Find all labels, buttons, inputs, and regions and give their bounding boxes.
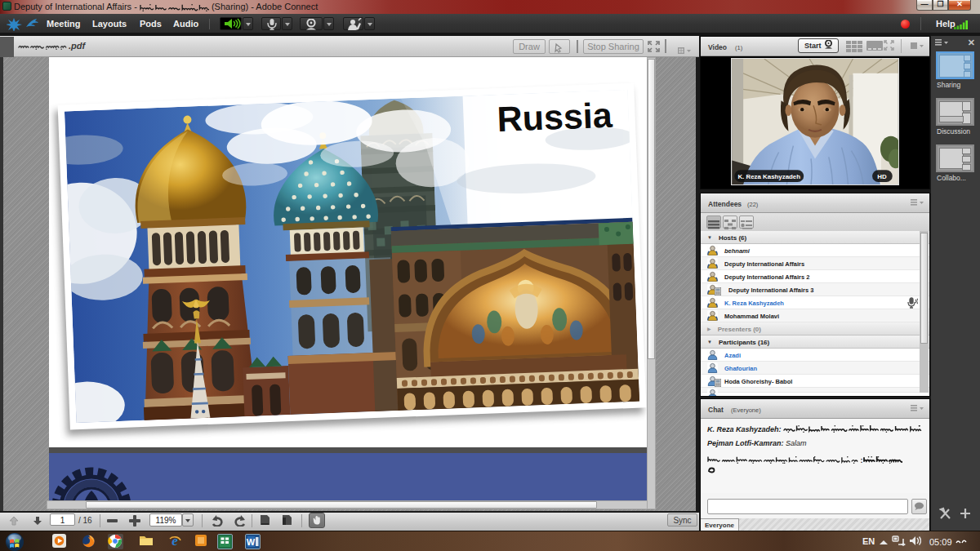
svg-text:K. Reza Kashyzadeh: K. Reza Kashyzadeh <box>737 173 800 180</box>
svg-text:e: e <box>172 534 178 548</box>
svg-text:HD: HD <box>877 173 887 180</box>
svg-text:W: W <box>247 537 256 547</box>
